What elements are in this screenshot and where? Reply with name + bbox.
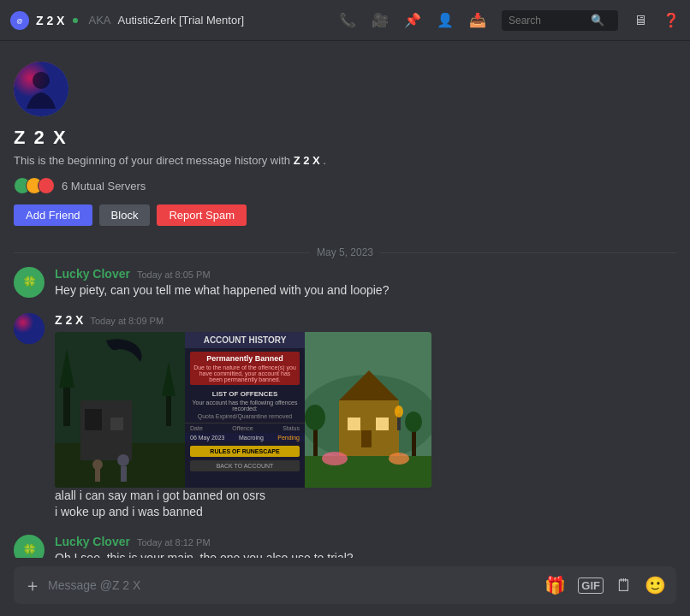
offences-desc: Your account has the following offences …	[185, 400, 305, 412]
header-aka-label: AKA	[88, 14, 110, 27]
video-icon[interactable]: 🎥	[372, 12, 389, 28]
avatar	[14, 313, 45, 344]
message-text: alall i can say man i got banned on osrs	[55, 488, 676, 505]
row-offence: Macroing	[239, 435, 264, 441]
row-status: Pending	[277, 435, 300, 441]
svg-rect-22	[348, 418, 360, 430]
monitor-icon[interactable]: 🖥	[633, 13, 647, 28]
table-col-date: Date	[190, 425, 203, 431]
message-content: Lucky Clover Today at 8:05 PM Hey piety,…	[55, 267, 676, 299]
header-username: Z 2 X	[36, 14, 64, 27]
table-col-status: Status	[283, 425, 300, 431]
add-attachment-icon[interactable]: ＋	[24, 574, 41, 597]
table-header: Date Offence Status	[185, 423, 305, 433]
message-group: Z 2 X Today at 8:09 PM	[14, 311, 676, 523]
mutual-avatar-3	[38, 177, 55, 194]
svg-point-4	[14, 313, 45, 344]
inbox-icon[interactable]: 📥	[469, 12, 486, 28]
banned-box: Permanently Banned Due to the nature of …	[190, 352, 300, 385]
banned-desc: Due to the nature of the offence(s) you …	[193, 364, 296, 382]
chat-area: Z 2 X This is the beginning of your dire…	[0, 41, 690, 616]
pin-icon[interactable]: 📌	[404, 12, 421, 28]
message-header: Lucky Clover Today at 8:12 PM	[55, 535, 676, 548]
message-input-wrapper: ＋ 🎁 GIF 🗒 🙂	[14, 566, 676, 604]
message-author: Z 2 X	[55, 313, 83, 327]
mutual-servers: 6 Mutual Servers	[14, 177, 676, 194]
banned-title: Permanently Banned	[193, 354, 296, 363]
header-logo: @	[10, 11, 29, 30]
add-friend-button[interactable]: Add Friend	[14, 204, 92, 226]
online-status-dot	[73, 18, 78, 23]
svg-rect-28	[313, 426, 318, 456]
mutual-server-avatars	[14, 177, 55, 194]
svg-point-16	[117, 454, 129, 466]
date-separator: May 5, 2023	[0, 240, 690, 265]
search-input[interactable]	[509, 15, 586, 27]
message-text-2: i woke up and i was banned	[55, 504, 676, 521]
header-aka-name: AutisticZerk [Trial Mentor]	[117, 14, 244, 27]
quota-label: Quota Expired/Quarantine removed	[185, 412, 305, 421]
svg-rect-15	[95, 469, 100, 482]
offences-title: LIST OF OFFENCES	[185, 388, 305, 400]
row-date: 06 May 2023	[190, 435, 224, 441]
main-content: Z 2 X This is the beginning of your dire…	[0, 41, 690, 616]
svg-point-14	[92, 459, 103, 470]
avatar: 🍀	[14, 267, 45, 298]
emoji-icon[interactable]: 🙂	[645, 575, 666, 595]
header: @ Z 2 X AKA AutisticZerk [Trial Mentor] …	[0, 0, 690, 41]
avatar-inner	[14, 62, 68, 116]
gift-icon[interactable]: 🎁	[544, 575, 566, 595]
left-image-panel	[55, 332, 185, 488]
message-group: 🍀 Lucky Clover Today at 8:12 PM Oh I see…	[14, 533, 676, 558]
message-content: Lucky Clover Today at 8:12 PM Oh I see, …	[55, 535, 676, 558]
svg-rect-17	[121, 466, 127, 482]
add-member-icon[interactable]: 👤	[437, 12, 454, 28]
date-text: May 5, 2023	[317, 246, 373, 258]
sticker-icon[interactable]: 🗒	[616, 576, 633, 595]
svg-rect-8	[166, 392, 171, 426]
message-text: Hey piety, can you tell me what happened…	[55, 282, 676, 299]
mutual-count-label: 6 Mutual Servers	[62, 180, 146, 192]
message-author: Lucky Clover	[55, 267, 130, 281]
account-history-header: ACCOUNT HISTORY	[185, 332, 305, 348]
search-icon: 🔍	[591, 14, 604, 27]
message-input[interactable]	[48, 570, 538, 601]
message-time: Today at 8:12 PM	[137, 537, 211, 548]
block-button[interactable]: Block	[99, 204, 151, 226]
svg-point-33	[389, 453, 409, 465]
input-icons: 🎁 GIF 🗒 🙂	[544, 575, 666, 595]
phone-icon[interactable]: 📞	[339, 12, 356, 28]
svg-rect-13	[110, 418, 123, 430]
profile-desc-prefix: This is the beginning of your direct mes…	[14, 154, 290, 167]
date-line-left	[14, 252, 310, 253]
report-spam-button[interactable]: Report Spam	[157, 204, 247, 226]
svg-point-26	[395, 406, 403, 418]
message-input-area: ＋ 🎁 GIF 🗒 🙂	[0, 558, 690, 616]
svg-point-29	[305, 405, 325, 430]
profile-name: Z 2 X	[14, 127, 676, 149]
message-header: Lucky Clover Today at 8:05 PM	[55, 267, 676, 281]
svg-rect-24	[361, 430, 372, 447]
back-button: BACK TO ACCOUNT	[190, 460, 300, 471]
profile-header: Z 2 X This is the beginning of your dire…	[0, 41, 690, 240]
avatar	[14, 62, 68, 116]
message-header: Z 2 X Today at 8:09 PM	[55, 313, 676, 327]
profile-desc-suffix: .	[323, 154, 326, 167]
message-time: Today at 8:09 PM	[90, 316, 164, 326]
message-content: Z 2 X Today at 8:09 PM	[55, 313, 676, 521]
svg-point-31	[405, 412, 422, 432]
table-col-offence: Offence	[232, 425, 253, 431]
date-line-right	[380, 252, 676, 253]
search-bar[interactable]: 🔍	[502, 10, 618, 31]
svg-text:@: @	[17, 17, 23, 23]
help-icon[interactable]: ❓	[663, 12, 680, 28]
account-history-panel: ACCOUNT HISTORY Permanently Banned Due t…	[185, 332, 305, 488]
svg-point-3	[33, 72, 50, 89]
message-image: ACCOUNT HISTORY Permanently Banned Due t…	[55, 332, 431, 488]
right-image-panel	[305, 332, 431, 488]
message-text: Oh I see, this is your main, the one you…	[55, 550, 676, 558]
message-group: 🍀 Lucky Clover Today at 8:05 PM Hey piet…	[14, 265, 676, 301]
message-author: Lucky Clover	[55, 535, 130, 548]
svg-rect-12	[85, 409, 102, 430]
gif-icon[interactable]: GIF	[578, 578, 604, 594]
